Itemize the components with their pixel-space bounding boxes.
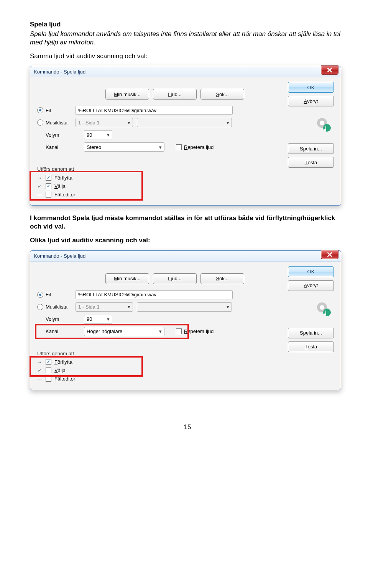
label-kanal: Kanal xyxy=(46,144,58,150)
checkbox-falteditor[interactable] xyxy=(46,376,51,382)
label-repetera: Repetera ljud xyxy=(184,328,214,334)
min-musik-button[interactable]: Min musik... xyxy=(105,273,149,284)
dialog-spela-ljud-1: Kommando - Spela ljud OK Avbryt Spela in… xyxy=(30,66,341,206)
radio-fil[interactable] xyxy=(37,107,43,113)
combo-kanal[interactable]: Stereo▾ xyxy=(84,142,164,152)
dialog-spela-ljud-2: Kommando - Spela ljud OK Avbryt Spela in… xyxy=(30,250,341,390)
utfors-group: Utförs genom att →Förflytta ✓Välja —Fält… xyxy=(36,349,105,384)
combo-musiklista-2[interactable]: ▾ xyxy=(137,118,232,127)
combo-musiklista-2[interactable]: ▾ xyxy=(137,302,232,312)
sok-button[interactable]: Sök... xyxy=(200,273,244,284)
combo-kanal[interactable]: Höger högtalare▾ xyxy=(84,327,164,336)
label-valja: Välja xyxy=(54,368,66,373)
checkbox-forflytta[interactable] xyxy=(46,175,51,181)
label-volym: Volym xyxy=(46,316,59,322)
radio-fil[interactable] xyxy=(37,292,43,298)
cancel-button[interactable]: Avbryt xyxy=(288,280,334,291)
label-kanal: Kanal xyxy=(46,328,58,334)
checkbox-repetera[interactable] xyxy=(176,328,182,334)
utfors-group: Utförs genom att →Förflytta ✓Välja —Fält… xyxy=(36,165,105,200)
heading-spela-ljud: Spela ljud xyxy=(30,21,345,28)
close-button[interactable] xyxy=(321,250,338,259)
svg-point-1 xyxy=(320,121,324,125)
label-utfors: Utförs genom att xyxy=(37,351,105,356)
record-button[interactable]: Spela in... xyxy=(288,143,334,154)
checkbox-forflytta[interactable] xyxy=(46,359,51,365)
record-button[interactable]: Spela in... xyxy=(288,328,334,338)
combo-volym[interactable]: 90▾ xyxy=(84,315,112,324)
input-fil[interactable]: %ROLLTALKMUSIC%\Digirain.wav xyxy=(76,106,233,115)
label-valja: Välja xyxy=(54,183,66,189)
sound-file-icon xyxy=(315,116,332,132)
input-fil[interactable]: %ROLLTALKMUSIC%\Digirain.wav xyxy=(76,290,233,299)
cancel-button[interactable]: Avbryt xyxy=(288,96,334,106)
ljud-button[interactable]: Ljud... xyxy=(153,89,197,100)
label-fil: Fil xyxy=(46,108,51,113)
para-samma-ljud: Samma ljud vid auditiv scanning och val: xyxy=(30,52,345,60)
combo-volym[interactable]: 90▾ xyxy=(84,130,112,139)
checkbox-valja[interactable] xyxy=(46,183,51,189)
sound-file-icon xyxy=(315,301,332,317)
dialog-titlebar: Kommando - Spela ljud xyxy=(30,251,341,262)
close-icon xyxy=(327,252,332,257)
label-volym: Volym xyxy=(46,132,59,138)
label-falteditor: Fälteditor xyxy=(54,376,75,382)
dialog-title: Kommando - Spela ljud xyxy=(34,69,85,75)
dialog-titlebar: Kommando - Spela ljud xyxy=(30,66,341,77)
combo-musiklista[interactable]: 1 - Sida 1▾ xyxy=(76,118,133,127)
svg-point-4 xyxy=(320,305,324,310)
page-number: 15 xyxy=(30,421,345,431)
checkbox-falteditor[interactable] xyxy=(46,192,51,198)
combo-musiklista[interactable]: 1 - Sida 1▾ xyxy=(76,302,133,312)
min-musik-button[interactable]: Min musik... xyxy=(105,89,149,100)
label-falteditor: Fälteditor xyxy=(54,192,75,198)
ok-button[interactable]: OK xyxy=(288,266,334,277)
radio-musiklista[interactable] xyxy=(37,304,43,310)
intro-paragraph: Spela ljud kommandot används om talsynte… xyxy=(30,30,345,47)
label-fil: Fil xyxy=(46,292,51,297)
checkbox-repetera[interactable] xyxy=(176,144,182,150)
label-musiklista: Musiklista xyxy=(46,304,67,310)
label-forflytta: Förflytta xyxy=(54,359,72,365)
label-repetera: Repetera ljud xyxy=(184,144,214,150)
label-musiklista: Musiklista xyxy=(46,120,67,126)
ljud-button[interactable]: Ljud... xyxy=(153,273,197,284)
close-button[interactable] xyxy=(321,65,338,75)
label-utfors: Utförs genom att xyxy=(37,166,105,172)
test-button[interactable]: Testa xyxy=(288,341,334,352)
test-button[interactable]: Testa xyxy=(288,157,334,168)
checkbox-valja[interactable] xyxy=(46,368,51,373)
dialog-title: Kommando - Spela ljud xyxy=(34,253,85,259)
ok-button[interactable]: OK xyxy=(288,82,334,93)
mid-paragraph: I kommandot Spela ljud måste kommandot s… xyxy=(30,214,345,231)
para-olika-ljud: Olika ljud vid auditiv scanning och val: xyxy=(30,236,345,245)
label-forflytta: Förflytta xyxy=(54,175,72,181)
sok-button[interactable]: Sök... xyxy=(200,89,244,100)
radio-musiklista[interactable] xyxy=(37,119,43,126)
close-icon xyxy=(327,67,332,73)
